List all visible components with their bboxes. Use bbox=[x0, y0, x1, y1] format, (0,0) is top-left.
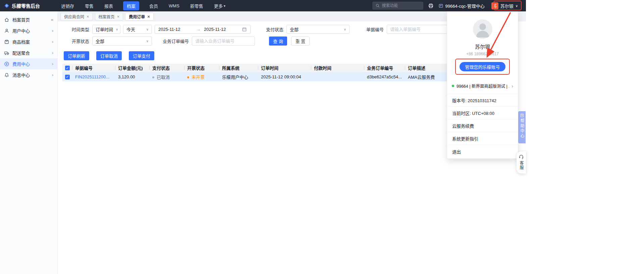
pay-status-label: 支付状态 bbox=[266, 26, 283, 32]
select-all-checkbox[interactable]: ✓ bbox=[65, 66, 70, 70]
order-refresh-button[interactable]: 订单刷新 bbox=[64, 51, 89, 60]
nav-item-retail[interactable]: 零售 bbox=[84, 1, 94, 10]
manage-account-button[interactable]: 管理您的乐檬账号 bbox=[460, 62, 505, 71]
tab-label: 费用订单 bbox=[129, 14, 145, 19]
date-range-picker[interactable]: 2025-11-12 → 2025-11-12 bbox=[155, 25, 251, 34]
arrow-right-icon: → bbox=[196, 27, 201, 32]
chevron-right-icon: › bbox=[52, 28, 53, 33]
user-avatar-large bbox=[473, 19, 492, 39]
invoice-status-value: 全部 bbox=[96, 38, 104, 44]
timezone-row: 当前时区: UTC+08:00 bbox=[447, 107, 518, 120]
col-invoice-status: 开票状态 bbox=[184, 64, 219, 72]
nav-item-more[interactable]: 更多 ▾ bbox=[213, 1, 226, 10]
order-cancel-button[interactable]: 订单取消 bbox=[96, 51, 122, 60]
chevron-down-icon: ∨ bbox=[344, 27, 346, 31]
order-pay-button[interactable]: 订单支付 bbox=[129, 51, 154, 60]
table-row[interactable]: ✓ FIN2025111200... 3,120.00 已取消 未开票 乐檬用户… bbox=[62, 72, 447, 81]
close-icon[interactable]: × bbox=[117, 14, 120, 19]
sidebar-item-label: 费用中心 bbox=[12, 61, 49, 67]
quick-range-select[interactable]: 今天 ∨ bbox=[123, 25, 152, 34]
user-icon bbox=[4, 28, 9, 33]
chevron-down-icon: ∨ bbox=[146, 27, 149, 31]
nav-item-members[interactable]: 会员 bbox=[149, 1, 159, 10]
biz-no-cell: d3be6247a5c54... bbox=[364, 72, 405, 81]
user-name: 苏尔银 bbox=[500, 3, 514, 9]
gray-dot-icon bbox=[152, 76, 154, 78]
nav-item-wms[interactable]: WMS bbox=[168, 2, 180, 10]
collapse-sidebar-icon[interactable]: « bbox=[51, 17, 53, 22]
sidebar-item-delivery[interactable]: 配送聚合 › bbox=[0, 47, 57, 58]
help-center-tab[interactable]: 帮助中心 bbox=[518, 111, 526, 143]
system-update-guide-item[interactable]: 系统更新指引 bbox=[447, 132, 518, 145]
date-from-value: 2025-11-12 bbox=[158, 27, 193, 32]
sidebar-item-user-center[interactable]: 用户中心 › bbox=[0, 25, 57, 36]
sidebar-item-expense-center[interactable]: 费用中心 › bbox=[0, 58, 57, 69]
customer-service-label: 客服 bbox=[519, 161, 523, 170]
pay-status-select[interactable]: 全部 ∨ bbox=[286, 25, 350, 34]
tab-label: 供应商合同 bbox=[64, 14, 84, 19]
sidebar: 档案首页 « 用户中心 › 商品档案 › bbox=[0, 11, 58, 274]
col-biz-no: 业务订单编号 bbox=[364, 64, 405, 72]
org-selector[interactable]: 99664-cqc-管理中心 bbox=[438, 3, 485, 9]
search-input[interactable] bbox=[382, 3, 418, 8]
close-icon[interactable]: × bbox=[147, 14, 150, 19]
time-type-label: 时间类型 bbox=[72, 26, 89, 32]
reset-button[interactable]: 重 置 bbox=[291, 37, 310, 46]
invoice-status-select[interactable]: 全部 ∨ bbox=[92, 37, 152, 46]
user-menu-trigger[interactable]: 苏 苏尔银 ∨ bbox=[489, 2, 520, 10]
doc-no-input[interactable] bbox=[387, 25, 450, 34]
version-row: 版本号: 202510311742 bbox=[447, 94, 518, 107]
user-avatar: 苏 bbox=[491, 2, 498, 9]
col-order-time: 订单时间 bbox=[258, 64, 311, 72]
sidebar-item-message-center[interactable]: 消息中心 › bbox=[0, 69, 57, 80]
query-button[interactable]: 查 询 bbox=[269, 37, 287, 46]
tab-expense-orders[interactable]: 费用订单 × bbox=[125, 13, 154, 20]
user-panel-org-item[interactable]: 99664 | 新界面商超版测试 | ... › bbox=[447, 78, 518, 94]
sidebar-item-label: 档案首页 bbox=[12, 16, 48, 23]
nav-item-inventory[interactable]: 进销存 bbox=[60, 1, 75, 10]
tab-supplier-contract[interactable]: 供应商合同 × bbox=[60, 13, 93, 20]
logout-item[interactable]: 退出 bbox=[447, 145, 518, 158]
top-navigation: 进销存 零售 报表 档案 会员 WMS 新零售 更多 ▾ bbox=[60, 1, 226, 10]
customer-service-widget[interactable]: 客服 bbox=[517, 151, 526, 174]
topbar: 乐檬零售后台 进销存 零售 报表 档案 会员 WMS 新零售 更多 ▾ bbox=[0, 0, 526, 11]
tab-archive-home[interactable]: 档案首页 × bbox=[95, 13, 123, 20]
time-type-select[interactable]: 订单时间 ∨ bbox=[92, 25, 120, 34]
app-window: 乐檬零售后台 进销存 零售 报表 档案 会员 WMS 新零售 更多 ▾ bbox=[0, 0, 526, 274]
user-panel-name: 苏尔银 bbox=[475, 43, 490, 50]
help-center-label: 帮助中心 bbox=[520, 119, 524, 139]
bell-icon bbox=[4, 72, 9, 78]
biz-no-input[interactable] bbox=[192, 37, 255, 46]
doc-no-link[interactable]: FIN2025111200... bbox=[75, 74, 109, 79]
col-doc-no: 单据编号 bbox=[72, 64, 115, 72]
nav-item-new-retail[interactable]: 新零售 bbox=[190, 1, 204, 10]
cloud-renewal-item[interactable]: 云服务续费 bbox=[447, 120, 518, 132]
expense-icon bbox=[4, 61, 9, 67]
col-amount: 订单金额(元) bbox=[115, 64, 150, 72]
tab-label: 档案首页 bbox=[99, 14, 115, 19]
nav-item-more-label: 更多 bbox=[214, 3, 223, 9]
org-name: 99664-cqc-管理中心 bbox=[445, 3, 485, 9]
nav-item-archives[interactable]: 档案 bbox=[123, 1, 139, 10]
printer-icon[interactable] bbox=[428, 3, 434, 9]
row-checkbox[interactable]: ✓ bbox=[65, 75, 70, 79]
header-checkbox-cell: ✓ bbox=[62, 64, 72, 72]
global-search[interactable] bbox=[372, 2, 423, 10]
date-to-value: 2025-11-12 bbox=[204, 27, 238, 32]
sidebar-item-archive-home[interactable]: 档案首页 « bbox=[0, 14, 57, 25]
headset-icon bbox=[519, 154, 524, 159]
nav-item-reports[interactable]: 报表 bbox=[104, 1, 114, 10]
chevron-down-icon: ∨ bbox=[516, 4, 518, 8]
org-item-label: 99664 | 新界面商超版测试 | ... bbox=[457, 83, 509, 89]
pay-status-cell: 已取消 bbox=[150, 72, 184, 81]
close-icon[interactable]: × bbox=[87, 14, 89, 19]
person-placeholder-icon bbox=[473, 19, 492, 39]
calendar-icon bbox=[242, 27, 247, 32]
table-header-row: ✓ 单据编号 订单金额(元) 支付状态 开票状态 所属系统 订单时间 付款时间 … bbox=[62, 64, 447, 72]
chevron-down-icon: ∨ bbox=[116, 27, 118, 31]
app-title: 乐檬零售后台 bbox=[12, 2, 40, 9]
pay-status-text: 已取消 bbox=[157, 75, 170, 80]
app-logo: 乐檬零售后台 bbox=[4, 2, 54, 9]
sidebar-item-goods-archive[interactable]: 商品档案 › bbox=[0, 36, 57, 47]
doc-no-label: 单据编号 bbox=[366, 26, 384, 32]
